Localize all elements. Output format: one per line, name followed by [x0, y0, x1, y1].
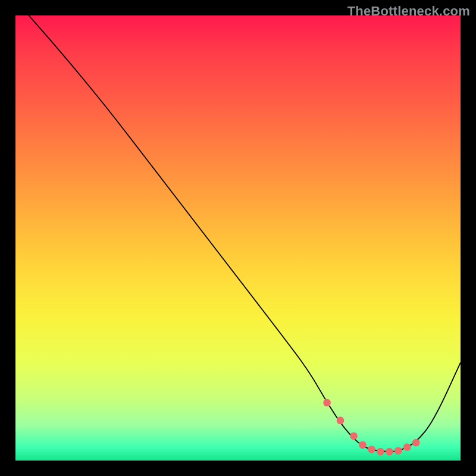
plot-area	[15, 15, 461, 461]
target-marker	[350, 433, 358, 440]
target-marker	[394, 447, 402, 455]
target-marker	[386, 448, 393, 456]
target-marker	[403, 443, 411, 451]
chart-frame: TheBottleneck.com	[0, 0, 476, 476]
target-marker	[368, 446, 375, 453]
target-marker	[337, 416, 345, 424]
target-marker	[323, 399, 331, 406]
target-marker	[377, 448, 384, 456]
target-marker	[412, 439, 420, 447]
chart-svg	[15, 15, 461, 461]
bottleneck-curve	[29, 15, 461, 452]
target-markers-group	[323, 399, 419, 455]
attribution-label: TheBottleneck.com	[347, 4, 470, 19]
target-marker	[359, 441, 367, 449]
